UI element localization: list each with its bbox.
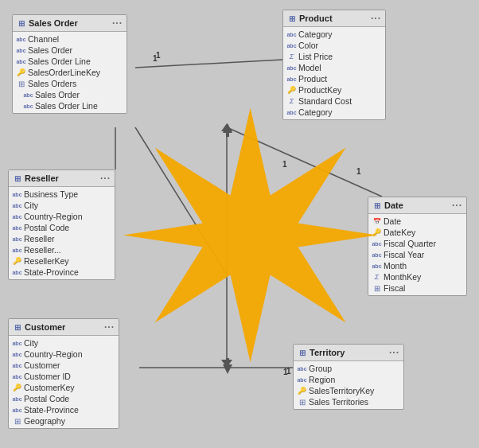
field-reseller2: abc Reseller... xyxy=(9,244,115,255)
table-icon: ⊞ xyxy=(17,80,25,88)
key-icon: 🔑 xyxy=(298,387,306,395)
field-resellerkey: 🔑 ResellerKey xyxy=(9,255,115,267)
abc-icon: abc xyxy=(13,224,21,232)
connector-arrow-top xyxy=(221,123,234,139)
sigma-icon: Σ xyxy=(287,97,296,106)
svg-marker-12 xyxy=(123,107,378,362)
key-icon: 🔑 xyxy=(13,384,21,392)
key-icon: 🔑 xyxy=(287,86,296,95)
abc-icon: abc xyxy=(17,57,25,66)
reseller-header: ⊞ Reseller ··· xyxy=(9,170,115,187)
territory-fields: abc Group abc Region 🔑 SalesTerritoryKey… xyxy=(294,361,403,409)
abc-icon: abc xyxy=(372,240,381,248)
field-customer: abc Customer xyxy=(9,360,119,371)
field-channel: abc Channel xyxy=(13,33,127,45)
field-postal-code: abc Postal Code xyxy=(9,222,115,233)
abc-icon: abc xyxy=(24,91,33,99)
field-sales-order-line-sub: abc Sales Order Line xyxy=(13,100,127,111)
field-month: abc Month xyxy=(368,260,466,271)
abc-icon: abc xyxy=(13,406,21,415)
abc-icon: abc xyxy=(298,376,306,384)
product-title: Product xyxy=(299,14,333,23)
abc-icon: abc xyxy=(13,201,21,210)
product-fields: abc Category abc Color Σ List Price abc … xyxy=(283,27,385,119)
abc-icon: abc xyxy=(13,235,21,243)
field-postal-code: abc Postal Code xyxy=(9,393,119,404)
field-model: abc Model xyxy=(283,62,385,73)
abc-icon: abc xyxy=(13,361,21,370)
field-salesorderlinekey: 🔑 SalesOrderLineKey xyxy=(13,67,127,78)
sales-order-table: ⊞ Sales Order ··· abc Channel abc Sales … xyxy=(12,14,127,114)
abc-icon: abc xyxy=(24,102,33,111)
field-fiscal: ⊞ Fiscal xyxy=(368,282,466,294)
field-sales-territories: ⊞ Sales Territories xyxy=(294,396,403,407)
reseller-table: ⊞ Reseller ··· abc Business Type abc Cit… xyxy=(8,169,115,280)
field-salesterritorykey: 🔑 SalesTerritoryKey xyxy=(294,385,403,396)
sigma-icon: Σ xyxy=(287,53,296,61)
field-category: abc Category xyxy=(283,29,385,40)
svg-marker-15 xyxy=(223,364,232,374)
table-icon: ⊞ xyxy=(372,201,382,210)
field-city: abc City xyxy=(9,337,119,349)
rel-label-territory: 1 xyxy=(283,368,288,376)
field-sales-orders-table: ⊞ Sales Orders xyxy=(13,78,127,89)
customer-title: Customer xyxy=(25,322,65,332)
abc-icon: abc xyxy=(13,246,21,255)
customer-table: ⊞ Customer ··· abc City abc Country-Regi… xyxy=(8,318,119,429)
field-business-type: abc Business Type xyxy=(9,189,115,200)
svg-rect-16 xyxy=(226,358,229,365)
star-decoration xyxy=(115,99,386,370)
table-icon: ⊞ xyxy=(298,348,307,357)
field-geography: ⊞ Geography xyxy=(9,415,119,427)
field-datekey: 🔑 DateKey xyxy=(368,227,466,238)
field-group: abc Group xyxy=(294,363,403,374)
abc-icon: abc xyxy=(298,364,306,373)
abc-icon: abc xyxy=(287,64,296,72)
sales-order-header: ⊞ Sales Order ··· xyxy=(13,15,127,32)
field-reseller: abc Reseller xyxy=(9,233,115,244)
svg-marker-13 xyxy=(223,123,232,133)
field-productkey: 🔑 ProductKey xyxy=(283,84,385,95)
abc-icon: abc xyxy=(287,30,296,39)
territory-header: ⊞ Territory ··· xyxy=(294,345,403,361)
product-table: ⊞ Product ··· abc Category abc Color Σ L… xyxy=(282,10,386,120)
dots-menu[interactable]: ··· xyxy=(389,347,399,358)
sales-order-title: Sales Order xyxy=(29,18,78,28)
key-icon: 🔑 xyxy=(372,228,381,237)
field-list-price: Σ List Price xyxy=(283,51,385,62)
territory-table: ⊞ Territory ··· abc Group abc Region 🔑 S… xyxy=(293,344,404,410)
abc-icon: abc xyxy=(372,251,381,259)
field-product: abc Product xyxy=(283,73,385,84)
table-icon: ⊞ xyxy=(13,322,22,332)
abc-icon: abc xyxy=(17,35,25,44)
dots-menu[interactable]: ··· xyxy=(104,321,115,333)
field-customerkey: 🔑 CustomerKey xyxy=(9,382,119,393)
dots-menu[interactable]: ··· xyxy=(371,13,381,24)
field-sales-order: abc Sales Order xyxy=(13,45,127,56)
abc-icon: abc xyxy=(17,46,25,55)
customer-header: ⊞ Customer ··· xyxy=(9,319,119,336)
field-fiscal-year: abc Fiscal Year xyxy=(368,249,466,260)
dots-menu[interactable]: ··· xyxy=(452,200,462,211)
field-category2: abc Category xyxy=(283,107,385,118)
dots-menu[interactable]: ··· xyxy=(112,18,123,29)
field-sales-order-line: abc Sales Order Line xyxy=(13,56,127,67)
table-icon: ⊞ xyxy=(287,14,297,23)
sigma-icon: Σ xyxy=(372,273,381,282)
dots-menu[interactable]: ··· xyxy=(100,173,111,184)
reseller-title: Reseller xyxy=(25,173,59,183)
abc-icon: abc xyxy=(287,41,296,50)
field-region: abc Region xyxy=(294,374,403,385)
field-customer-id: abc Customer ID xyxy=(9,371,119,382)
field-country-region: abc Country-Region xyxy=(9,349,119,360)
diagram-canvas: 1 1 1 ⊞ Sales Order ··· abc Channel abc … xyxy=(0,0,479,448)
svg-rect-14 xyxy=(226,132,229,137)
abc-icon: abc xyxy=(13,350,21,359)
calendar-icon: 📅 xyxy=(372,217,381,226)
date-table: ⊞ Date ··· 📅 Date 🔑 DateKey abc Fiscal Q… xyxy=(368,197,467,296)
abc-icon: abc xyxy=(372,262,381,271)
table-icon: ⊞ xyxy=(17,18,26,28)
key-icon: 🔑 xyxy=(13,257,21,266)
rel-label-date: 1 xyxy=(356,167,361,176)
rel-label-so-product: 1 xyxy=(153,54,158,63)
